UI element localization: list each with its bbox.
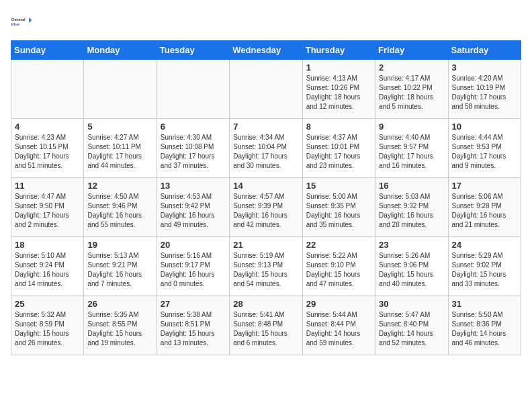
calendar-cell: 2Sunrise: 4:17 AMSunset: 10:22 PMDayligh… [375,60,448,119]
calendar-table: SundayMondayTuesdayWednesdayThursdayFrid… [11,40,521,355]
header-sunday: Sunday [11,41,84,60]
day-number: 16 [379,181,444,191]
calendar-cell: 16Sunrise: 5:03 AMSunset: 9:32 PMDayligh… [375,178,448,237]
day-number: 31 [452,299,517,309]
calendar-cell: 5Sunrise: 4:27 AMSunset: 10:11 PMDayligh… [84,119,157,178]
week-row-0: 1Sunrise: 4:13 AMSunset: 10:26 PMDayligh… [11,60,521,119]
day-number: 10 [452,122,517,132]
day-info: Sunrise: 4:27 AMSunset: 10:11 PMDaylight… [87,133,152,171]
svg-text:Blue: Blue [11,22,19,26]
calendar-cell [11,60,84,119]
logo-icon: GeneralBlue [11,11,32,32]
calendar-cell: 20Sunrise: 5:16 AMSunset: 9:17 PMDayligh… [157,237,229,296]
header-thursday: Thursday [302,41,375,60]
day-info: Sunrise: 4:50 AMSunset: 9:46 PMDaylight:… [87,192,152,230]
calendar-cell: 11Sunrise: 4:47 AMSunset: 9:50 PMDayligh… [11,178,84,237]
calendar-cell: 21Sunrise: 5:19 AMSunset: 9:13 PMDayligh… [230,237,302,296]
calendar-cell [230,60,302,119]
calendar-cell: 30Sunrise: 5:47 AMSunset: 8:40 PMDayligh… [375,296,448,355]
day-number: 14 [233,181,298,191]
calendar-header-row: SundayMondayTuesdayWednesdayThursdayFrid… [11,41,521,60]
header-wednesday: Wednesday [230,41,302,60]
calendar-cell: 9Sunrise: 4:40 AMSunset: 9:57 PMDaylight… [375,119,448,178]
day-info: Sunrise: 4:34 AMSunset: 10:04 PMDaylight… [233,133,298,171]
day-number: 21 [233,240,298,250]
day-info: Sunrise: 5:41 AMSunset: 8:48 PMDaylight:… [233,310,298,348]
calendar-cell: 23Sunrise: 5:26 AMSunset: 9:06 PMDayligh… [375,237,448,296]
logo: GeneralBlue [11,11,32,32]
day-info: Sunrise: 4:30 AMSunset: 10:08 PMDaylight… [161,133,226,171]
day-number: 18 [15,240,80,250]
calendar-cell: 6Sunrise: 4:30 AMSunset: 10:08 PMDayligh… [157,119,229,178]
day-info: Sunrise: 5:19 AMSunset: 9:13 PMDaylight:… [233,251,298,289]
day-info: Sunrise: 5:16 AMSunset: 9:17 PMDaylight:… [161,251,226,289]
day-number: 24 [452,240,517,250]
svg-marker-2 [29,17,32,23]
calendar-cell: 12Sunrise: 4:50 AMSunset: 9:46 PMDayligh… [84,178,157,237]
day-number: 3 [452,62,517,73]
calendar-cell: 31Sunrise: 5:50 AMSunset: 8:36 PMDayligh… [448,296,521,355]
calendar-cell: 19Sunrise: 5:13 AMSunset: 9:21 PMDayligh… [84,237,157,296]
day-number: 15 [306,181,371,191]
day-number: 1 [306,62,371,73]
day-number: 29 [306,299,371,309]
day-info: Sunrise: 5:35 AMSunset: 8:55 PMDaylight:… [87,310,152,348]
day-number: 22 [306,240,371,250]
calendar-cell: 25Sunrise: 5:32 AMSunset: 8:59 PMDayligh… [11,296,84,355]
header: GeneralBlue [11,11,521,32]
day-info: Sunrise: 5:22 AMSunset: 9:10 PMDaylight:… [306,251,371,289]
calendar-cell: 15Sunrise: 5:00 AMSunset: 9:35 PMDayligh… [302,178,375,237]
calendar-cell: 28Sunrise: 5:41 AMSunset: 8:48 PMDayligh… [230,296,302,355]
day-info: Sunrise: 5:50 AMSunset: 8:36 PMDaylight:… [452,310,517,348]
day-number: 25 [15,299,80,309]
day-info: Sunrise: 4:44 AMSunset: 9:53 PMDaylight:… [452,133,517,171]
header-monday: Monday [84,41,157,60]
calendar-cell: 1Sunrise: 4:13 AMSunset: 10:26 PMDayligh… [302,60,375,119]
calendar-cell: 7Sunrise: 4:34 AMSunset: 10:04 PMDayligh… [230,119,302,178]
calendar-cell: 29Sunrise: 5:44 AMSunset: 8:44 PMDayligh… [302,296,375,355]
day-info: Sunrise: 5:47 AMSunset: 8:40 PMDaylight:… [379,310,444,348]
day-info: Sunrise: 4:20 AMSunset: 10:19 PMDaylight… [452,74,517,111]
week-row-4: 25Sunrise: 5:32 AMSunset: 8:59 PMDayligh… [11,296,521,355]
day-info: Sunrise: 5:38 AMSunset: 8:51 PMDaylight:… [161,310,226,348]
day-number: 20 [161,240,226,250]
calendar-cell: 27Sunrise: 5:38 AMSunset: 8:51 PMDayligh… [157,296,229,355]
calendar-cell: 10Sunrise: 4:44 AMSunset: 9:53 PMDayligh… [448,119,521,178]
day-info: Sunrise: 4:13 AMSunset: 10:26 PMDaylight… [306,74,371,111]
week-row-1: 4Sunrise: 4:23 AMSunset: 10:15 PMDayligh… [11,119,521,178]
day-info: Sunrise: 5:44 AMSunset: 8:44 PMDaylight:… [306,310,371,348]
day-info: Sunrise: 5:06 AMSunset: 9:28 PMDaylight:… [452,192,517,230]
day-number: 28 [233,299,298,309]
day-number: 23 [379,240,444,250]
day-info: Sunrise: 5:03 AMSunset: 9:32 PMDaylight:… [379,192,444,230]
day-number: 8 [306,122,371,132]
calendar-cell [157,60,229,119]
day-number: 5 [87,122,152,132]
header-friday: Friday [375,41,448,60]
day-number: 2 [379,62,444,73]
day-number: 11 [15,181,80,191]
calendar-cell: 26Sunrise: 5:35 AMSunset: 8:55 PMDayligh… [84,296,157,355]
day-number: 27 [161,299,226,309]
day-number: 19 [87,240,152,250]
day-info: Sunrise: 5:26 AMSunset: 9:06 PMDaylight:… [379,251,444,289]
calendar-cell: 3Sunrise: 4:20 AMSunset: 10:19 PMDayligh… [448,60,521,119]
day-info: Sunrise: 4:57 AMSunset: 9:39 PMDaylight:… [233,192,298,230]
header-tuesday: Tuesday [157,41,229,60]
calendar-cell: 13Sunrise: 4:53 AMSunset: 9:42 PMDayligh… [157,178,229,237]
calendar-cell: 24Sunrise: 5:29 AMSunset: 9:02 PMDayligh… [448,237,521,296]
day-info: Sunrise: 4:37 AMSunset: 10:01 PMDaylight… [306,133,371,171]
svg-text:General: General [11,17,26,21]
day-info: Sunrise: 4:17 AMSunset: 10:22 PMDaylight… [379,74,444,111]
week-row-3: 18Sunrise: 5:10 AMSunset: 9:24 PMDayligh… [11,237,521,296]
calendar-cell: 8Sunrise: 4:37 AMSunset: 10:01 PMDayligh… [302,119,375,178]
day-info: Sunrise: 5:10 AMSunset: 9:24 PMDaylight:… [15,251,80,289]
day-number: 4 [15,122,80,132]
day-number: 9 [379,122,444,132]
day-info: Sunrise: 5:13 AMSunset: 9:21 PMDaylight:… [87,251,152,289]
week-row-2: 11Sunrise: 4:47 AMSunset: 9:50 PMDayligh… [11,178,521,237]
day-info: Sunrise: 4:40 AMSunset: 9:57 PMDaylight:… [379,133,444,171]
calendar-cell: 4Sunrise: 4:23 AMSunset: 10:15 PMDayligh… [11,119,84,178]
calendar-cell: 14Sunrise: 4:57 AMSunset: 9:39 PMDayligh… [230,178,302,237]
day-info: Sunrise: 4:47 AMSunset: 9:50 PMDaylight:… [15,192,80,230]
